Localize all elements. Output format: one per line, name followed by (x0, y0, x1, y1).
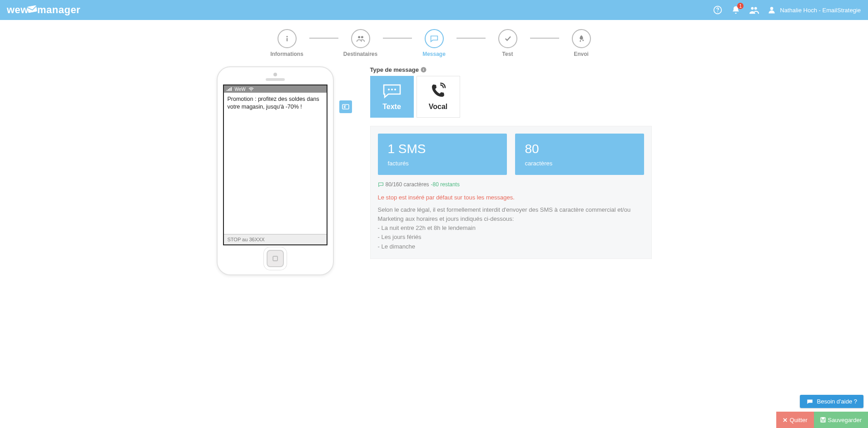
svg-point-2 (717, 11, 718, 12)
legal-line: - Le dimanche (378, 242, 644, 251)
wizard-steps: Informations Destinataires Message Test … (0, 29, 868, 57)
phone-column: WeW STOP au 36XXX (217, 66, 352, 275)
step-envoi[interactable]: Envoi (561, 29, 602, 57)
rocket-icon (572, 29, 591, 48)
char-count-card: 80 caractères (515, 134, 644, 175)
step-label: Envoi (574, 51, 589, 57)
svg-point-5 (770, 7, 774, 10)
settings-column: Type de message i Texte Vocal (370, 66, 652, 275)
type-label: Vocal (429, 103, 448, 111)
app-logo: wew manager (7, 4, 80, 16)
stop-footer: STOP au 36XXX (224, 234, 327, 244)
app-header: wew manager 1 Nathalie Hoch - EmailStrat… (0, 0, 868, 20)
sms-count-card: 1 SMS facturés (378, 134, 507, 175)
step-connector (383, 38, 412, 39)
user-label: Nathalie Hoch - EmailStrategie (780, 7, 861, 14)
notifications-icon[interactable]: 1 (731, 5, 741, 15)
svg-point-19 (388, 89, 390, 90)
step-label: Test (502, 51, 513, 57)
stat-cards: 1 SMS facturés 80 caractères (378, 134, 644, 175)
svg-rect-11 (228, 89, 229, 91)
comment-icon (378, 182, 384, 187)
message-type-selector: Texte Vocal (370, 76, 652, 118)
phone-mockup: WeW STOP au 36XXX (217, 66, 334, 275)
contacts-icon[interactable] (749, 5, 759, 15)
step-connector (530, 38, 559, 39)
svg-rect-12 (229, 88, 230, 91)
svg-rect-7 (286, 38, 287, 42)
svg-rect-15 (273, 256, 278, 261)
type-label: Texte (382, 103, 401, 111)
type-section-title: Type de message i (370, 66, 652, 73)
step-connector (456, 38, 486, 39)
header-right: 1 Nathalie Hoch - EmailStrategie (713, 5, 863, 15)
people-icon (351, 29, 370, 48)
wifi-icon (248, 87, 254, 91)
svg-rect-13 (231, 87, 232, 91)
legal-text: Selon le cadre légal, il est formellemen… (378, 205, 644, 251)
char-count-sub: caractères (525, 160, 634, 167)
check-icon (498, 29, 517, 48)
stop-warning: Le stop est inséré par défaut sur tous l… (378, 194, 644, 201)
svg-text:i: i (423, 68, 424, 72)
stats-panel: 1 SMS facturés 80 caractères 80/160 cara… (370, 126, 652, 259)
signal-icon (227, 87, 232, 91)
info-icon (278, 29, 297, 48)
text-bubble-icon (382, 83, 402, 99)
type-texte-option[interactable]: Texte (370, 76, 414, 118)
svg-point-20 (391, 89, 393, 90)
sms-count-sub: facturés (388, 160, 497, 167)
svg-point-3 (751, 7, 754, 10)
step-label: Message (422, 51, 446, 57)
legal-line: - La nuit entre 22h et 8h le lendemain (378, 224, 644, 233)
sms-text-input[interactable] (224, 93, 327, 234)
svg-rect-10 (227, 90, 228, 91)
main-content: WeW STOP au 36XXX Type de message i (0, 62, 868, 312)
sms-count-value: 1 SMS (388, 142, 497, 156)
legal-line: - Les jours fériés (378, 233, 644, 242)
insert-variable-button[interactable] (339, 100, 352, 113)
svg-rect-16 (342, 105, 349, 109)
svg-point-9 (361, 36, 363, 38)
phone-speaker (266, 78, 285, 81)
step-informations[interactable]: Informations (267, 29, 308, 57)
char-counter-line: 80/160 caractères -80 restants (378, 181, 644, 188)
char-count-value: 80 (525, 142, 634, 156)
svg-point-4 (754, 7, 757, 10)
svg-point-21 (394, 89, 396, 90)
step-message[interactable]: Message (414, 29, 455, 57)
phone-statusbar: WeW (224, 85, 327, 93)
step-destinataires[interactable]: Destinataires (340, 29, 381, 57)
user-menu[interactable]: Nathalie Hoch - EmailStrategie (767, 5, 863, 15)
svg-point-14 (251, 90, 252, 91)
type-title-text: Type de message (370, 66, 419, 73)
legal-intro: Selon le cadre légal, il est formellemen… (378, 205, 644, 224)
counter-remaining: -80 restants (431, 181, 460, 188)
help-icon[interactable] (713, 5, 723, 15)
step-label: Destinataires (343, 51, 377, 57)
user-icon (767, 5, 776, 15)
step-label: Informations (270, 51, 303, 57)
message-icon (425, 29, 444, 48)
carrier-label: WeW (235, 87, 246, 92)
svg-point-6 (286, 36, 288, 37)
svg-point-8 (358, 36, 360, 38)
step-connector (309, 38, 338, 39)
step-test[interactable]: Test (487, 29, 528, 57)
notification-badge: 1 (737, 3, 744, 9)
info-tooltip-icon[interactable]: i (421, 67, 427, 73)
type-vocal-option[interactable]: Vocal (417, 76, 460, 118)
phone-screen: WeW STOP au 36XXX (223, 85, 327, 245)
phone-call-icon (428, 83, 448, 99)
counter-main: 80/160 caractères (386, 181, 429, 188)
phone-home-button (267, 250, 284, 267)
